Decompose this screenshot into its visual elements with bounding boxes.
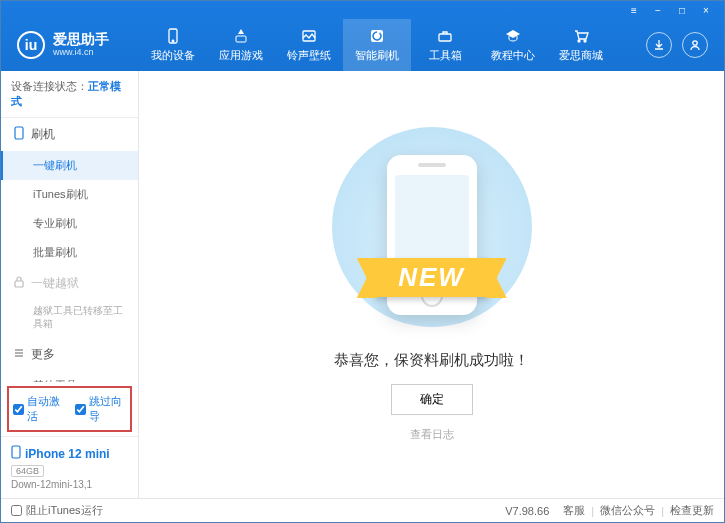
svg-point-7 bbox=[584, 40, 586, 42]
status-label: 设备连接状态： bbox=[11, 80, 88, 92]
svg-point-6 bbox=[578, 40, 580, 42]
group-label: 更多 bbox=[31, 346, 55, 363]
group-label: 刷机 bbox=[31, 126, 55, 143]
sidebar-list: 刷机 一键刷机 iTunes刷机 专业刷机 批量刷机 一键越狱 越狱工具已转移至… bbox=[1, 118, 138, 382]
sidebar-group-jailbreak[interactable]: 一键越狱 bbox=[1, 267, 138, 300]
skip-guide-checkbox[interactable]: 跳过向导 bbox=[75, 394, 127, 424]
phone-icon bbox=[164, 27, 182, 45]
window-minimize-button[interactable]: − bbox=[648, 3, 668, 17]
nav-apps[interactable]: 应用游戏 bbox=[207, 19, 275, 71]
header-main: iu 爱思助手 www.i4.cn 我的设备 应用游戏 bbox=[1, 19, 724, 71]
connection-status: 设备连接状态：正常模式 bbox=[1, 71, 138, 118]
nav-label: 智能刷机 bbox=[355, 48, 399, 63]
group-label: 一键越狱 bbox=[31, 275, 79, 292]
window-menu-button[interactable]: ≡ bbox=[624, 3, 644, 17]
jailbreak-note: 越狱工具已转移至工具箱 bbox=[1, 300, 138, 338]
sidebar-item-oneclick[interactable]: 一键刷机 bbox=[1, 151, 138, 180]
svg-point-8 bbox=[693, 41, 697, 45]
block-itunes-checkbox[interactable]: 阻止iTunes运行 bbox=[11, 503, 103, 518]
nav-label: 爱思商城 bbox=[559, 48, 603, 63]
svg-rect-11 bbox=[12, 446, 20, 458]
logo-text: 爱思助手 www.i4.cn bbox=[53, 32, 109, 57]
lock-icon bbox=[13, 276, 25, 291]
svg-rect-2 bbox=[236, 36, 246, 42]
header-actions bbox=[630, 19, 724, 71]
apps-icon bbox=[232, 27, 250, 45]
nav-tutorial[interactable]: 教程中心 bbox=[479, 19, 547, 71]
sidebar-item-itunes[interactable]: iTunes刷机 bbox=[1, 180, 138, 209]
svg-rect-5 bbox=[439, 34, 451, 41]
nav-label: 应用游戏 bbox=[219, 48, 263, 63]
device-icon bbox=[11, 445, 21, 462]
sidebar-item-pro[interactable]: 专业刷机 bbox=[1, 209, 138, 238]
download-button[interactable] bbox=[646, 32, 672, 58]
phone-outline-icon bbox=[13, 126, 25, 143]
logo[interactable]: iu 爱思助手 www.i4.cn bbox=[1, 19, 139, 71]
list-icon bbox=[13, 347, 25, 362]
body: 设备连接状态：正常模式 刷机 一键刷机 iTunes刷机 专业刷机 批量刷机 一… bbox=[1, 71, 724, 498]
nav-store[interactable]: 爱思商城 bbox=[547, 19, 615, 71]
version-label: V7.98.66 bbox=[505, 505, 549, 517]
nav-device[interactable]: 我的设备 bbox=[139, 19, 207, 71]
window-close-button[interactable]: × bbox=[696, 3, 716, 17]
cart-icon bbox=[572, 27, 590, 45]
logo-icon: iu bbox=[17, 31, 45, 59]
nav-flash[interactable]: 智能刷机 bbox=[343, 19, 411, 71]
footer: 阻止iTunes运行 V7.98.66 客服 | 微信公众号 | 检查更新 bbox=[1, 498, 724, 522]
nav-label: 铃声壁纸 bbox=[287, 48, 331, 63]
sidebar-group-more[interactable]: 更多 bbox=[1, 338, 138, 371]
view-log-link[interactable]: 查看日志 bbox=[410, 427, 454, 442]
auto-activate-checkbox[interactable]: 自动激活 bbox=[13, 394, 65, 424]
service-link[interactable]: 客服 bbox=[563, 503, 585, 518]
user-button[interactable] bbox=[682, 32, 708, 58]
refresh-icon bbox=[368, 27, 386, 45]
nav-label: 教程中心 bbox=[491, 48, 535, 63]
device-storage: 64GB bbox=[11, 465, 44, 477]
nav-rings[interactable]: 铃声壁纸 bbox=[275, 19, 343, 71]
app-window: ≡ − □ × iu 爱思助手 www.i4.cn 我的设备 bbox=[0, 0, 725, 523]
device-info[interactable]: iPhone 12 mini 64GB Down-12mini-13,1 bbox=[1, 436, 138, 498]
svg-rect-9 bbox=[15, 127, 23, 139]
top-nav: 我的设备 应用游戏 铃声壁纸 bbox=[139, 19, 630, 71]
graduation-icon bbox=[504, 27, 522, 45]
success-message: 恭喜您，保资料刷机成功啦！ bbox=[334, 351, 529, 370]
header: ≡ − □ × iu 爱思助手 www.i4.cn 我的设备 bbox=[1, 1, 724, 71]
nav-label: 工具箱 bbox=[429, 48, 462, 63]
sidebar: 设备连接状态：正常模式 刷机 一键刷机 iTunes刷机 专业刷机 批量刷机 一… bbox=[1, 71, 139, 498]
sidebar-item-batch[interactable]: 批量刷机 bbox=[1, 238, 138, 267]
update-link[interactable]: 检查更新 bbox=[670, 503, 714, 518]
sidebar-group-flash[interactable]: 刷机 bbox=[1, 118, 138, 151]
window-controls: ≡ − □ × bbox=[1, 1, 724, 19]
app-site: www.i4.cn bbox=[53, 48, 109, 58]
app-title: 爱思助手 bbox=[53, 32, 109, 47]
wallpaper-icon bbox=[300, 27, 318, 45]
flash-options: 自动激活 跳过向导 bbox=[7, 386, 132, 432]
device-firmware: Down-12mini-13,1 bbox=[11, 479, 128, 490]
wechat-link[interactable]: 微信公众号 bbox=[600, 503, 655, 518]
nav-label: 我的设备 bbox=[151, 48, 195, 63]
new-ribbon: NEW bbox=[374, 258, 489, 297]
main-panel: NEW 恭喜您，保资料刷机成功啦！ 确定 查看日志 bbox=[139, 71, 724, 498]
nav-toolbox[interactable]: 工具箱 bbox=[411, 19, 479, 71]
sidebar-item-other[interactable]: 其他工具 bbox=[1, 371, 138, 382]
svg-rect-10 bbox=[15, 281, 23, 287]
window-maximize-button[interactable]: □ bbox=[672, 3, 692, 17]
device-name: iPhone 12 mini bbox=[11, 445, 128, 462]
toolbox-icon bbox=[436, 27, 454, 45]
svg-point-1 bbox=[172, 40, 174, 42]
ok-button[interactable]: 确定 bbox=[391, 384, 473, 415]
success-illustration: NEW bbox=[332, 127, 532, 327]
